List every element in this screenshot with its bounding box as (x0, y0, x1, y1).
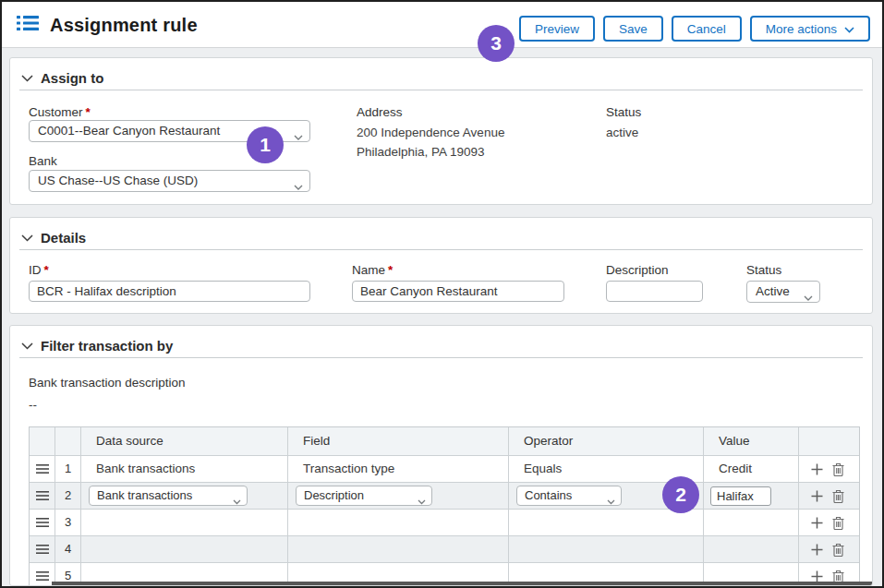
table-row: 4 (30, 536, 859, 563)
chevron-down-icon (844, 22, 854, 36)
page-title: Assignment rule (50, 15, 198, 36)
value-column-header: Value (704, 427, 799, 456)
table-row: 3 (30, 510, 859, 536)
section-title: Filter transaction by (41, 338, 173, 354)
preview-button[interactable]: Preview (519, 16, 595, 42)
description-field[interactable] (606, 281, 703, 302)
required-marker: * (44, 263, 49, 277)
customer-label: Customer* (29, 105, 91, 119)
filter-transaction-section: Filter transaction by Bank transaction d… (9, 325, 873, 586)
value-cell (704, 536, 799, 563)
field-column-header: Field (288, 427, 509, 456)
address-line2: Philadelphia, PA 19093 (357, 145, 485, 159)
actions-column-header (799, 427, 859, 456)
field-cell: Transaction type (288, 456, 509, 483)
assign-to-section: Assign to Customer* C0001--Bear Canyon R… (9, 57, 873, 205)
row-number: 4 (55, 536, 81, 563)
value-cell: Credit (704, 456, 799, 483)
table-row: 2 Bank transactions Description (30, 483, 859, 510)
chevron-down-icon (233, 494, 241, 506)
value-cell (704, 510, 799, 536)
list-icon (17, 14, 39, 36)
data-source-column-header: Data source (81, 427, 288, 456)
required-marker: * (388, 263, 393, 277)
field-cell (288, 510, 509, 536)
section-divider (19, 357, 863, 358)
id-label: ID* (29, 263, 49, 277)
chevron-down-icon (21, 337, 33, 354)
operator-cell (509, 536, 704, 563)
drag-handle-icon[interactable] (30, 483, 55, 510)
chevron-down-icon (21, 69, 33, 86)
field-select[interactable]: Description (296, 486, 432, 506)
chevron-down-icon (294, 129, 303, 142)
row-number: 3 (55, 510, 81, 536)
value-field[interactable] (710, 486, 771, 506)
address-label: Address (357, 105, 403, 119)
row-number-column-header (55, 427, 81, 456)
row-number: 1 (55, 456, 81, 483)
id-field[interactable] (29, 281, 310, 302)
save-button[interactable]: Save (603, 16, 663, 42)
data-source-cell (81, 510, 288, 536)
section-divider (19, 249, 863, 250)
details-status-select[interactable]: Active (746, 281, 820, 303)
trash-icon[interactable] (832, 543, 844, 557)
required-marker: * (86, 105, 91, 119)
filter-conditions-table: Data source Field Operator Value 1 Bank … (29, 426, 860, 586)
section-title: Details (41, 230, 86, 246)
trash-icon[interactable] (832, 462, 844, 476)
app-window: Assignment rule Preview Save Cancel More… (0, 0, 884, 588)
step-3-badge: 3 (478, 25, 515, 62)
operator-cell (509, 510, 704, 536)
page-header: Assignment rule (17, 14, 198, 36)
plus-icon[interactable] (811, 570, 823, 582)
table-header-row: Data source Field Operator Value (30, 427, 859, 456)
step-2-badge: 2 (662, 476, 699, 513)
drag-handle-icon[interactable] (30, 456, 55, 483)
address-line1: 200 Independence Avenue (357, 126, 504, 139)
details-status-label: Status (746, 263, 781, 277)
trash-icon[interactable] (832, 516, 844, 530)
field-cell (288, 536, 509, 563)
data-source-cell: Bank transactions (81, 456, 288, 483)
name-field[interactable] (352, 281, 564, 302)
bank-select[interactable]: US Chase--US Chase (USD) (29, 170, 310, 192)
data-source-cell (81, 536, 288, 563)
horizontal-scrollbar[interactable] (52, 582, 872, 585)
status-label: Status (606, 105, 641, 119)
bank-label: Bank (29, 154, 57, 168)
name-label: Name* (352, 263, 393, 277)
action-toolbar: Preview Save Cancel More actions (519, 16, 870, 42)
section-title: Assign to (41, 70, 103, 86)
description-label: Description (606, 263, 669, 277)
trash-icon[interactable] (832, 489, 844, 503)
chevron-down-icon (804, 290, 813, 303)
details-section: Details ID* Name* Description Status Act… (9, 217, 873, 314)
more-actions-button[interactable]: More actions (750, 16, 870, 42)
drag-handle-icon[interactable] (30, 536, 55, 563)
chevron-down-icon (418, 494, 426, 506)
plus-icon[interactable] (811, 544, 823, 556)
assign-to-section-header[interactable]: Assign to (21, 69, 103, 86)
operator-select[interactable]: Contains (516, 486, 622, 506)
chevron-down-icon (607, 494, 615, 506)
data-source-select[interactable]: Bank transactions (89, 486, 248, 506)
plus-icon[interactable] (811, 490, 823, 502)
table-row: 1 Bank transactions Transaction type Equ… (30, 456, 859, 483)
plus-icon[interactable] (811, 463, 823, 475)
plus-icon[interactable] (811, 517, 823, 529)
bank-transaction-description-label: Bank transaction description (29, 376, 186, 390)
cancel-button[interactable]: Cancel (672, 16, 742, 42)
filter-section-header[interactable]: Filter transaction by (21, 337, 173, 354)
row-number: 2 (55, 483, 81, 510)
section-divider (19, 90, 863, 90)
chevron-down-icon (21, 229, 33, 246)
step-1-badge: 1 (247, 126, 284, 163)
bank-transaction-description-value: -- (29, 398, 37, 412)
details-section-header[interactable]: Details (21, 229, 86, 246)
drag-handle-icon[interactable] (30, 510, 55, 536)
drag-column-header (30, 427, 55, 456)
status-value: active (606, 126, 638, 139)
chevron-down-icon (294, 179, 303, 192)
